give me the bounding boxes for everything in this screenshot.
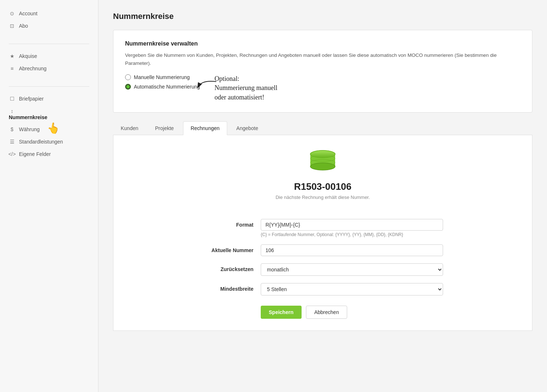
current-number-label: Aktuelle Nummer — [202, 244, 253, 253]
reset-row: Zurücksetzen monatlich jährlich nie — [202, 263, 443, 276]
card-description: Vergeben Sie die Nummern von Kunden, Pro… — [125, 51, 520, 67]
format-control: {C} = Fortlaufende Nummer, Optional: {YY… — [261, 219, 443, 237]
sidebar-item-label: Account — [19, 11, 38, 16]
radio-annotation-area: Manuelle Nummerierung Automatische Numme… — [125, 74, 520, 102]
sidebar-item-label: Nummernkreise — [9, 114, 47, 120]
tab-content-rechnungen: R1503-00106 Die nächste Rechnung erhält … — [113, 135, 532, 331]
sidebar-item-label: Abo — [19, 23, 28, 29]
database-icon — [308, 150, 337, 175]
width-control: 1 Stelle 2 Stellen 3 Stellen 4 Stellen 5… — [261, 283, 443, 295]
sidebar-item-nummernkreise[interactable]: ↕ Nummernkreise 👆 — [0, 105, 56, 123]
radio-manual[interactable] — [125, 74, 131, 80]
format-label: Format — [202, 219, 253, 228]
sidebar-item-label: Eigene Felder — [19, 151, 51, 157]
invoice-number: R1503-00106 — [294, 181, 352, 192]
tab-angebote[interactable]: Angebote — [229, 121, 266, 135]
tab-kunden[interactable]: Kunden — [113, 121, 146, 135]
width-label: Mindestbreite — [202, 283, 253, 292]
rechnungen-form: Format {C} = Fortlaufende Nummer, Option… — [202, 219, 443, 319]
sidebar-item-label: Akquise — [19, 53, 37, 59]
current-number-input[interactable] — [261, 244, 443, 256]
reset-label: Zurücksetzen — [202, 263, 253, 272]
db-svg — [308, 150, 337, 175]
account-icon: ⊙ — [9, 10, 15, 17]
page-title: Nummernkreise — [113, 12, 532, 21]
sidebar-divider-1 — [9, 44, 89, 44]
cancel-button[interactable]: Abbrechen — [306, 306, 348, 319]
numbering-icon: ↕ — [9, 108, 15, 114]
sidebar-item-abrechnung[interactable]: ≡ Abrechnung — [0, 62, 98, 75]
main-content: Nummernkreise Nummernkreise verwalten Ve… — [98, 0, 547, 392]
code-icon: </> — [9, 151, 15, 157]
sidebar-item-eigene-felder[interactable]: </> Eigene Felder — [0, 148, 98, 160]
annotation-note: Optional:Nummerierung manuelloder automa… — [214, 74, 277, 102]
invoice-subtitle: Die nächste Rechnung erhält diese Nummer… — [276, 195, 370, 200]
list-icon: ☰ — [9, 138, 15, 145]
sidebar-item-abo[interactable]: ⊡ Abo — [0, 20, 98, 32]
current-number-row: Aktuelle Nummer — [202, 244, 443, 256]
currency-icon: $ — [9, 126, 15, 133]
width-select[interactable]: 1 Stelle 2 Stellen 3 Stellen 4 Stellen 5… — [261, 283, 443, 295]
sidebar-item-standardleistungen[interactable]: ☰ Standardleistungen — [0, 136, 98, 148]
radio-auto-label[interactable]: Automatische Nummerierung — [125, 84, 200, 90]
svg-point-5 — [310, 150, 335, 158]
sidebar-item-label: Briefpapier — [19, 96, 44, 102]
invoice-number-display: R1503-00106 Die nächste Rechnung erhält … — [125, 150, 520, 212]
width-row: Mindestbreite 1 Stelle 2 Stellen 3 Stell… — [202, 283, 443, 295]
sidebar-item-label: Währung — [19, 126, 40, 132]
tabs-container: Kunden Projekte Rechnungen Angebote — [113, 121, 532, 135]
stack-icon: ≡ — [9, 65, 15, 72]
tab-projekte[interactable]: Projekte — [147, 121, 181, 135]
form-buttons: Speichern Abbrechen — [261, 306, 443, 319]
star-icon: ★ — [9, 53, 15, 59]
sidebar-item-wahrung[interactable]: $ Währung — [0, 123, 98, 136]
reset-control: monatlich jährlich nie — [261, 263, 443, 276]
save-button[interactable]: Speichern — [261, 306, 302, 319]
tab-rechnungen[interactable]: Rechnungen — [183, 121, 227, 135]
radio-manual-text: Manuelle Nummerierung — [134, 74, 190, 80]
sidebar: ⊙ Account ⊡ Abo ★ Akquise ≡ Abrechnung ☐… — [0, 0, 98, 392]
format-input[interactable] — [261, 219, 443, 231]
manage-card: Nummernkreise verwalten Vergeben Sie die… — [113, 30, 532, 113]
current-number-control — [261, 244, 443, 256]
sidebar-item-briefpapier[interactable]: ☐ Briefpapier — [0, 93, 98, 105]
format-hint: {C} = Fortlaufende Nummer, Optional: {YY… — [261, 232, 443, 237]
sidebar-divider-2 — [9, 86, 89, 87]
numbering-radio-group: Manuelle Nummerierung Automatische Numme… — [125, 74, 200, 93]
sidebar-item-akquise[interactable]: ★ Akquise — [0, 50, 98, 62]
svg-point-2 — [310, 163, 335, 170]
sidebar-item-label: Standardleistungen — [19, 139, 63, 145]
format-row: Format {C} = Fortlaufende Nummer, Option… — [202, 219, 443, 237]
file-icon: ☐ — [9, 95, 15, 102]
sidebar-item-label: Abrechnung — [19, 66, 47, 71]
card-title: Nummernkreise verwalten — [125, 40, 520, 47]
radio-auto[interactable] — [125, 84, 131, 90]
radio-manual-label[interactable]: Manuelle Nummerierung — [125, 74, 200, 80]
sidebar-item-account[interactable]: ⊙ Account — [0, 7, 98, 20]
radio-auto-text: Automatische Nummerierung — [134, 84, 200, 90]
abo-icon: ⊡ — [9, 23, 15, 29]
reset-select[interactable]: monatlich jährlich nie — [261, 263, 443, 276]
annotation-arrow — [194, 78, 220, 93]
